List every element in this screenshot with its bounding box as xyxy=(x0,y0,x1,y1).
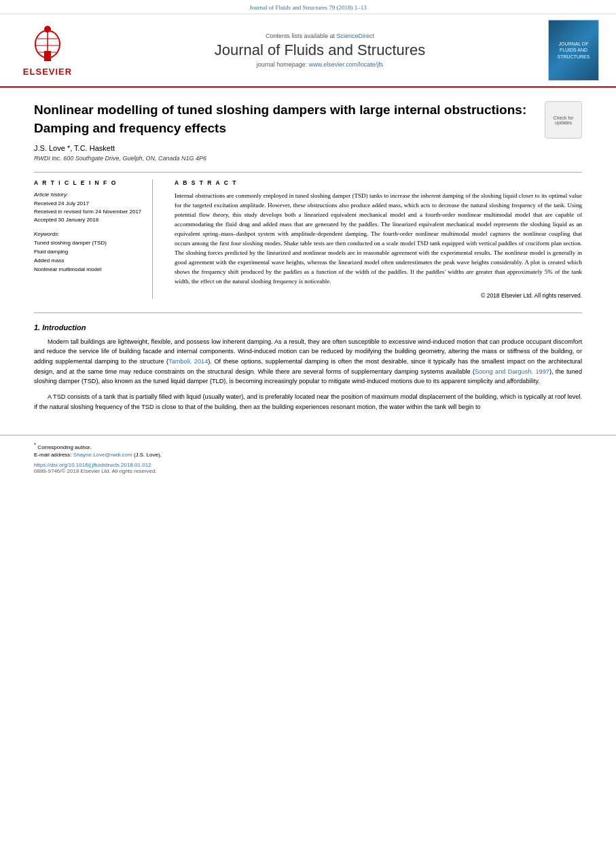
cover-title: JOURNAL OF FLUIDS AND STRUCTURES xyxy=(558,41,590,59)
homepage-label: journal homepage: xyxy=(257,61,308,68)
homepage-line: journal homepage: www.elsevier.com/locat… xyxy=(95,61,545,68)
journal-header-center: Contents lists available at ScienceDirec… xyxy=(95,20,545,81)
keyword-4: Nonlinear multimodal model xyxy=(34,266,144,274)
intro-paragraph-2: A TSD consists of a tank that is partial… xyxy=(34,392,582,412)
journal-title: Journal of Fluids and Structures xyxy=(95,41,545,59)
elsevier-tree-icon xyxy=(24,24,71,65)
abstract-text: Internal obstructions are commonly emplo… xyxy=(175,192,582,286)
revised-date: Received in revised form 24 November 201… xyxy=(34,208,144,216)
corresponding-label: Corresponding author. xyxy=(37,444,91,450)
affiliation: RWDI Inc. 600 Southgate Drive, Guelph, O… xyxy=(34,155,582,162)
abstract-paragraph: Internal obstructions are commonly emplo… xyxy=(175,192,582,286)
journal-citation: Journal of Fluids and Structures 79 (201… xyxy=(249,4,367,11)
introduction-section: 1. Introduction Modern tall buildings ar… xyxy=(0,320,616,428)
journal-cover-section: JOURNAL OF FLUIDS AND STRUCTURES xyxy=(545,20,602,81)
section-title: 1. Introduction xyxy=(34,323,582,332)
check-for-updates-badge: Check for updates xyxy=(545,101,582,139)
doi-link[interactable]: https://doi.org/10.1016/j.jfluidstructs.… xyxy=(34,462,582,468)
svg-point-6 xyxy=(44,26,51,33)
elsevier-wordmark: ELSEVIER xyxy=(23,67,72,77)
article-header: Check for updates Nonlinear modelling of… xyxy=(0,88,616,172)
elsevier-logo: ELSEVIER xyxy=(23,24,72,77)
contents-label: Contents lists available at xyxy=(266,33,335,39)
check-updates-text: Check for updates xyxy=(554,115,574,125)
sciencedirect-link[interactable]: ScienceDirect xyxy=(337,33,375,39)
history-label: Article history: xyxy=(34,192,144,198)
article-info-column: A R T I C L E I N F O Article history: R… xyxy=(34,179,153,298)
elsevier-logo-section: ELSEVIER xyxy=(7,20,95,81)
intro-paragraph-1: Modern tall buildings are lightweight, f… xyxy=(34,337,582,387)
copyright: © 2018 Elsevier Ltd. All rights reserved… xyxy=(175,292,582,299)
section-number: 1. xyxy=(34,323,40,332)
article-title: Nonlinear modelling of tuned sloshing da… xyxy=(34,101,582,137)
authors: J.S. Love *, T.C. Haskett xyxy=(34,144,582,152)
section-divider xyxy=(34,312,582,313)
keyword-1: Tuned sloshing damper (TSD) xyxy=(34,239,144,248)
tamboli-ref[interactable]: Tamboli, 2014 xyxy=(168,358,208,365)
two-column-section: A R T I C L E I N F O Article history: R… xyxy=(34,172,582,305)
footnote-corresponding: * Corresponding author. xyxy=(34,441,582,452)
homepage-url[interactable]: www.elsevier.com/locate/jfs xyxy=(309,61,384,68)
accepted-date: Accepted 30 January 2018 xyxy=(34,216,144,224)
footnote-email: E-mail address: Shayne.Love@rwdi.com (J.… xyxy=(34,451,582,459)
footnote-star: * xyxy=(34,442,36,448)
journal-cover-image: JOURNAL OF FLUIDS AND STRUCTURES xyxy=(548,20,599,81)
top-bar: Journal of Fluids and Structures 79 (201… xyxy=(0,0,616,14)
issn-text: 0889-9746/© 2018 Elsevier Ltd. All right… xyxy=(34,468,582,474)
keywords-section: Keywords: Tuned sloshing damper (TSD) Fl… xyxy=(34,231,144,274)
article-history: Article history: Received 24 July 2017 R… xyxy=(34,192,144,224)
keywords-label: Keywords: xyxy=(34,231,144,237)
email-person: (J.S. Love). xyxy=(134,452,162,458)
abstract-header: A B S T R A C T xyxy=(175,179,582,186)
email-link[interactable]: Shayne.Love@rwdi.com xyxy=(73,452,132,458)
article-info-header: A R T I C L E I N F O xyxy=(34,179,144,186)
keyword-2: Fluid damping xyxy=(34,248,144,257)
email-label: E-mail address: xyxy=(34,452,72,458)
received-date: Received 24 July 2017 xyxy=(34,200,144,208)
footnote-section: * Corresponding author. E-mail address: … xyxy=(0,435,616,478)
abstract-column: A B S T R A C T Internal obstructions ar… xyxy=(166,179,582,298)
journal-header: ELSEVIER Contents lists available at Sci… xyxy=(0,14,616,88)
section-heading: Introduction xyxy=(42,323,86,332)
keyword-3: Added mass xyxy=(34,257,144,266)
soong-ref[interactable]: Soong and Dargush, 1997 xyxy=(475,368,549,375)
sciencedirect-line: Contents lists available at ScienceDirec… xyxy=(95,33,545,39)
